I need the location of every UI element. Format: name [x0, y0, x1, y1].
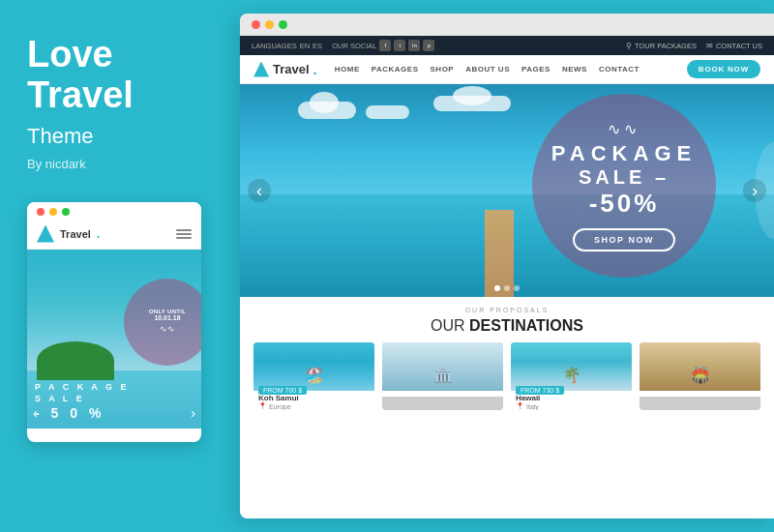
social-label: OUR SOCIAL	[332, 42, 376, 50]
hero-prev-arrow[interactable]: ‹	[248, 179, 271, 202]
left-panel: Love Travel Theme By nicdark Travel . ON…	[0, 0, 240, 532]
beach-hut-icon: 🏖️	[305, 366, 324, 384]
proposals-label: OUR PROPOSALS	[253, 307, 760, 313]
mobile-date-label: 10.01.18	[154, 314, 180, 321]
hero-sale-label: SALE –	[579, 166, 670, 189]
linkedin-icon[interactable]: in	[408, 40, 420, 51]
logo-text: Travel	[273, 62, 310, 76]
mobile-logo-text: Travel	[60, 228, 91, 240]
hero-tilde-icon: ∿∿	[608, 120, 640, 138]
pinterest-icon[interactable]: p	[423, 40, 434, 51]
mobile-mockup: Travel . ONLY UNTIL 10.01.18 ∿∿ P A C K …	[27, 202, 201, 442]
mobile-browser-chrome	[27, 202, 201, 220]
cloud-2	[366, 105, 409, 119]
nav-contact[interactable]: CONTACT	[599, 65, 640, 74]
browser-dot-red[interactable]	[252, 20, 260, 29]
mobile-dot-green	[62, 208, 70, 216]
destinations-title-bold: DESTINATIONS	[469, 317, 583, 334]
cloud-1	[298, 102, 356, 119]
hero-dot-3[interactable]	[514, 285, 520, 291]
mobile-sale-label: S A L E	[35, 394, 130, 403]
nav-pages[interactable]: PAGES	[521, 65, 551, 74]
logo-period: .	[313, 61, 317, 77]
browser-dot-yellow[interactable]	[265, 20, 274, 29]
colosseum-icon: 🏟️	[691, 366, 710, 384]
twitter-icon[interactable]: t	[394, 40, 405, 51]
mobile-logo-icon	[37, 225, 54, 243]
languages-label: LANGUAGES	[252, 42, 297, 50]
mobile-hero: ONLY UNTIL 10.01.18 ∿∿ P A C K A G E S A…	[27, 250, 201, 429]
destinations-title-plain: OUR	[431, 317, 469, 334]
building-icon: 🏛️	[433, 366, 453, 384]
theme-title: Love Travel	[27, 35, 213, 116]
facebook-icon[interactable]: f	[379, 40, 391, 51]
mobile-hamburger-icon[interactable]	[176, 229, 192, 239]
nav-about[interactable]: ABOUT US	[465, 65, 510, 74]
desktop-mockup: LANGUAGES EN ES OUR SOCIAL f t in p ⚲ TO…	[240, 14, 774, 518]
lang-en[interactable]: EN	[300, 42, 310, 50]
mobile-tilde-icon: ∿∿	[160, 324, 175, 334]
card-koh-name: Koh Samui	[258, 394, 370, 402]
nav-news[interactable]: NEWS	[562, 65, 587, 74]
book-now-button[interactable]: BOOK NOW	[687, 60, 760, 78]
destination-card-koh-samui[interactable]: 🏖️ FROM 700 $ Koh Samui 📍 Europe	[253, 342, 374, 410]
location-icon-hawaii: 📍	[516, 402, 524, 410]
location-icon: 📍	[258, 402, 267, 410]
nav-packages[interactable]: PACKAGES	[372, 65, 419, 74]
card-italy-image: 🏟️	[640, 342, 760, 391]
browser-dot-green[interactable]	[279, 20, 287, 29]
card-koh-location: 📍 Europe	[258, 402, 370, 410]
author-label: By nicdark	[27, 157, 213, 171]
social-links: OUR SOCIAL f t in p	[332, 40, 434, 51]
site-nav: Travel . HOME PACKAGES SHOP ABOUT US PAG…	[240, 55, 774, 84]
card-italy-info	[640, 391, 760, 397]
hero-pier	[461, 210, 538, 297]
site-topbar: LANGUAGES EN ES OUR SOCIAL f t in p ⚲ TO…	[240, 36, 774, 55]
mobile-next-arrow[interactable]: ›	[191, 405, 195, 421]
card-europe-info	[382, 391, 503, 397]
card-koh-price: FROM 700 $	[258, 386, 307, 395]
card-hawaii-location: 📍 Italy	[516, 402, 627, 410]
mobile-overlay-circle: ONLY UNTIL 10.01.18 ∿∿	[124, 279, 201, 366]
hero-percent-label: -50%	[589, 189, 660, 219]
nav-home[interactable]: HOME	[335, 65, 360, 74]
mobile-package-label: P A C K A G E	[35, 382, 130, 392]
theme-subtitle: Theme	[27, 124, 213, 149]
hero-overlay-circle: ∿∿ PACKAGE SALE – -50% SHOP NOW	[532, 94, 716, 278]
destination-card-hawaii[interactable]: 🌴 FROM 730 $ Hawaii 📍 Italy	[511, 342, 632, 410]
destination-card-italy[interactable]: 🏟️	[640, 342, 760, 410]
nav-shop[interactable]: SHOP	[431, 65, 455, 74]
contact-us-link[interactable]: ✉ CONTACT US	[706, 42, 762, 50]
card-hawaii-image: 🌴	[511, 342, 632, 391]
pier-planks	[485, 210, 514, 297]
hero-dot-1[interactable]	[494, 285, 500, 291]
destinations-section: OUR PROPOSALS OUR DESTINATIONS 🏖️ FROM 7…	[240, 297, 774, 518]
hero-section: ∿∿ PACKAGE SALE – -50% SHOP NOW ‹ ›	[240, 84, 774, 297]
shop-now-button[interactable]: SHOP NOW	[573, 228, 675, 251]
hero-slide-dots	[494, 285, 520, 291]
hero-dot-2[interactable]	[504, 285, 510, 291]
hero-package-label: PACKAGE	[551, 142, 697, 165]
tour-packages-link[interactable]: ⚲ TOUR PACKAGES	[626, 42, 697, 50]
nav-links: HOME PACKAGES SHOP ABOUT US PAGES NEWS C…	[335, 65, 687, 74]
language-switcher[interactable]: LANGUAGES EN ES	[252, 42, 322, 50]
palm-icon: 🌴	[562, 366, 581, 384]
destination-card-europe[interactable]: 🏛️	[382, 342, 503, 410]
card-europe-image: 🏛️	[382, 342, 503, 391]
destinations-cards: 🏖️ FROM 700 $ Koh Samui 📍 Europe 🏛️	[253, 342, 760, 410]
destinations-title: OUR DESTINATIONS	[253, 317, 760, 335]
site-logo[interactable]: Travel .	[253, 61, 317, 77]
mobile-dot-red	[37, 208, 45, 216]
mobile-logo-period: .	[97, 226, 101, 241]
mobile-dot-yellow	[49, 208, 57, 216]
lang-es[interactable]: ES	[313, 42, 322, 50]
mobile-island	[37, 341, 114, 380]
browser-chrome	[240, 14, 774, 36]
cloud-3	[433, 96, 511, 111]
logo-triangle-icon	[253, 62, 269, 77]
hero-next-arrow[interactable]: ›	[743, 179, 766, 202]
mobile-nav: Travel .	[27, 220, 201, 250]
card-hawaii-price: FROM 730 $	[516, 386, 564, 395]
mobile-prev-arrow[interactable]: ‹	[33, 405, 38, 421]
mobile-arrows: ‹ ›	[27, 405, 201, 421]
